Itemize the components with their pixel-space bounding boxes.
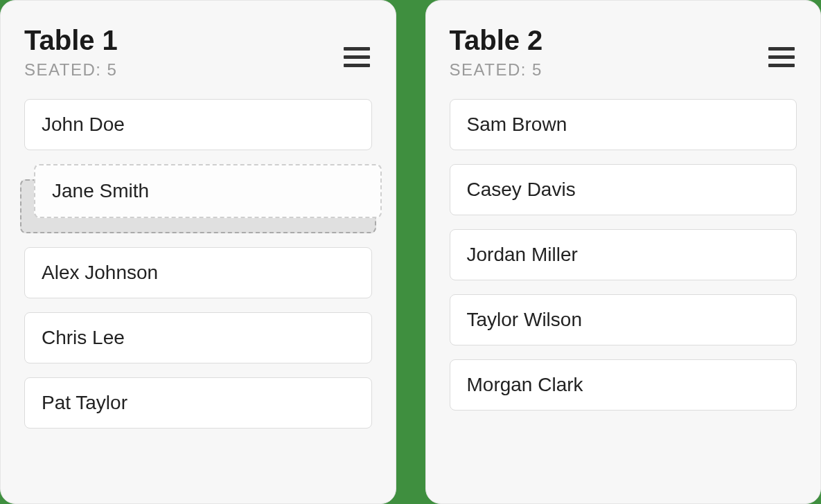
guest-item[interactable]: Jordan Miller	[450, 229, 797, 280]
guest-item[interactable]: John Doe	[24, 99, 372, 150]
table-header: Table 2 SEATED: 5	[450, 24, 797, 80]
guest-item-dragging[interactable]: Jane Smith	[34, 164, 382, 218]
table-titles: Table 2 SEATED: 5	[450, 24, 543, 80]
table-card-1: Table 1 SEATED: 5 John Doe Jane Smith Al…	[0, 0, 396, 504]
menu-icon	[768, 47, 795, 68]
guest-item[interactable]: Pat Taylor	[24, 377, 372, 429]
svg-rect-1	[344, 55, 370, 59]
svg-rect-3	[768, 47, 795, 51]
svg-rect-4	[768, 55, 795, 59]
guest-item[interactable]: Morgan Clark	[450, 359, 797, 411]
seated-count: SEATED: 5	[24, 60, 118, 80]
table-card-2: Table 2 SEATED: 5 Sam Brown Casey Davis …	[425, 0, 822, 504]
svg-rect-0	[344, 47, 370, 51]
guest-item[interactable]: Casey Davis	[450, 164, 797, 215]
drag-placeholder[interactable]: Jane Smith	[24, 164, 372, 218]
guest-item[interactable]: Chris Lee	[24, 312, 372, 363]
guest-item[interactable]: Sam Brown	[450, 99, 797, 150]
guest-list[interactable]: John Doe Jane Smith Alex Johnson Chris L…	[24, 99, 372, 429]
guest-list[interactable]: Sam Brown Casey Davis Jordan Miller Tayl…	[450, 99, 797, 411]
svg-rect-5	[768, 64, 795, 67]
table-menu-button[interactable]	[342, 45, 372, 70]
seated-count: SEATED: 5	[450, 60, 543, 80]
table-title: Table 1	[24, 24, 118, 56]
svg-rect-2	[344, 64, 370, 67]
menu-icon	[344, 47, 370, 68]
guest-item[interactable]: Alex Johnson	[24, 247, 372, 298]
table-menu-button[interactable]	[766, 45, 797, 70]
guest-item[interactable]: Taylor Wilson	[450, 294, 797, 345]
table-titles: Table 1 SEATED: 5	[24, 24, 118, 80]
table-title: Table 2	[450, 24, 543, 56]
table-header: Table 1 SEATED: 5	[24, 24, 372, 80]
tables-stage: Table 1 SEATED: 5 John Doe Jane Smith Al…	[0, 0, 821, 504]
